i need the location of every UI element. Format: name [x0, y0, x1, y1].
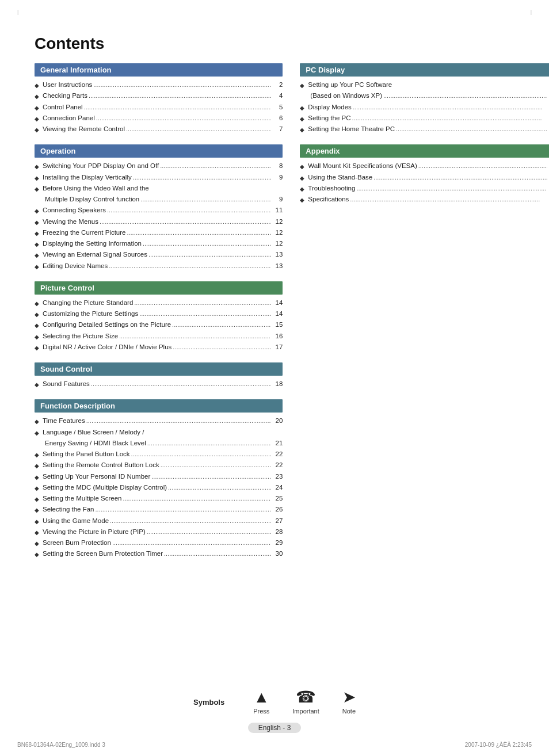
- symbol-important: ☎ Important: [292, 689, 319, 715]
- toc-label: Energy Saving / HDMI Black Level: [45, 438, 146, 448]
- toc-page-num: 14: [271, 309, 283, 319]
- toc-page-num: 12: [271, 228, 283, 238]
- section-function-description: Function Description◆Time Features......…: [35, 399, 283, 559]
- toc-label: Using the Stand-Base: [308, 173, 372, 182]
- diamond-icon: ◆: [35, 185, 39, 193]
- section-sound-control: Sound Control◆Sound Features ...........…: [35, 362, 283, 389]
- diamond-icon: ◆: [35, 207, 39, 215]
- diamond-icon: ◆: [35, 343, 39, 352]
- toc-label: Displaying the Setting Information: [43, 239, 142, 249]
- toc-item: ◆Setting the Home Theatre PC ...........…: [300, 124, 549, 134]
- toc-dots: ........................................…: [159, 460, 272, 470]
- diamond-icon: ◆: [35, 92, 39, 101]
- note-icon: ➤: [342, 689, 356, 705]
- toc-label: Connection Panel: [43, 113, 95, 123]
- toc-item: ◆Viewing an External Signal Sources ....…: [35, 250, 283, 259]
- diamond-icon: ◆: [35, 450, 39, 459]
- toc-page-num: 24: [271, 483, 283, 492]
- toc-item: ◆Setting the PC.........................…: [300, 113, 549, 123]
- toc-item: (Based on Windows XP)...................…: [300, 91, 549, 101]
- symbols-row: Symbols ▲ Press ☎ Important ➤ Note: [193, 689, 356, 715]
- toc-label: Setting the Remote Control Button Lock: [43, 460, 159, 470]
- right-column: PC Display◆Setting up Your PC Software(B…: [300, 63, 549, 666]
- toc-page-num: 2: [271, 80, 283, 90]
- page: | | Contents General Information◆User In…: [0, 0, 549, 756]
- toc-label: Setting the Multiple Screen: [43, 494, 121, 503]
- toc-dots: ........................................…: [142, 239, 271, 249]
- toc-item: ◆Connection Panel.......................…: [35, 113, 283, 123]
- toc-page-num: 17: [271, 342, 283, 352]
- toc-page-num: 9: [271, 194, 283, 204]
- toc-dots: ........................................…: [159, 161, 271, 171]
- toc-dots: ........................................…: [150, 472, 271, 482]
- toc-item: ◆Wall Mount Kit Specifications (VESA)...…: [300, 161, 549, 171]
- toc-label: Setting the Screen Burn Protection Timer: [43, 549, 163, 559]
- toc-item: ◆Display Modes .........................…: [300, 102, 549, 112]
- diamond-icon: ◆: [35, 517, 39, 526]
- toc-page-num: 4: [271, 91, 283, 101]
- toc-label: Setting the PC: [308, 113, 350, 123]
- toc-item: ◆Installing the Display Vertically......…: [35, 173, 283, 182]
- content-columns: General Information◆User Instructions...…: [35, 63, 514, 666]
- toc-dots: ........................................…: [395, 124, 547, 134]
- toc-page-num: 16: [271, 331, 283, 341]
- toc-dots: ........................................…: [83, 102, 272, 112]
- toc-label: Installing the Display Vertically: [43, 173, 132, 182]
- toc-label: Connecting Speakers: [43, 205, 106, 215]
- diamond-icon: ◆: [35, 528, 39, 537]
- toc-page-num: 6: [271, 113, 283, 123]
- toc-dots: ........................................…: [125, 228, 271, 238]
- toc-page-num: 12: [271, 239, 283, 249]
- toc-label: Control Panel: [43, 102, 83, 112]
- toc-item: ◆Setting the Multiple Screen ...........…: [35, 494, 283, 503]
- toc-label: Language / Blue Screen / Melody /: [43, 427, 144, 437]
- diamond-icon: ◆: [35, 162, 39, 171]
- diamond-icon: ◆: [35, 174, 39, 182]
- toc-dots: ........................................…: [138, 309, 271, 319]
- section-header-pc-display: PC Display: [300, 63, 549, 77]
- toc-item: ◆User Instructions......................…: [35, 80, 283, 90]
- toc-page-num: 21: [271, 438, 283, 448]
- toc-dots: ........................................…: [351, 113, 548, 123]
- toc-label: Before Using the Video Wall and the: [43, 184, 149, 193]
- diamond-icon: ◆: [300, 174, 304, 182]
- diamond-icon: ◆: [300, 104, 304, 112]
- diamond-icon: ◆: [35, 417, 39, 426]
- footer-right: 2007-10-09 ¿ÀÈÄ 2:23:45: [465, 742, 532, 748]
- toc-label: Viewing the Remote Control: [43, 124, 125, 134]
- toc-label: Setting up Your PC Software: [308, 80, 392, 90]
- toc-label: Display Modes: [308, 102, 351, 112]
- toc-label: Troubleshooting: [308, 184, 355, 193]
- toc-label: Viewing the Menus: [43, 217, 98, 227]
- page-title: Contents: [35, 35, 514, 53]
- toc-item: ◆Viewing the Picture in Picture (PIP) ..…: [35, 527, 283, 537]
- toc-label: Sound Features: [43, 379, 90, 389]
- toc-item: ◆Using the Stand-Base...................…: [300, 173, 549, 182]
- toc-item: ◆Time Features..........................…: [35, 416, 283, 426]
- section-header-appendix: Appendix: [300, 144, 549, 158]
- diamond-icon: ◆: [35, 299, 39, 308]
- toc-label: Setting the Home Theatre PC: [308, 124, 395, 134]
- toc-page-num: 23: [271, 472, 283, 482]
- section-header-general-information: General Information: [35, 63, 283, 77]
- toc-page-num: 5: [271, 102, 283, 112]
- toc-label: Viewing the Picture in Picture (PIP): [43, 527, 146, 537]
- left-column: General Information◆User Instructions...…: [35, 63, 283, 666]
- toc-item: ◆Configuring Detailed Settings on the Pi…: [35, 320, 283, 330]
- toc-page-num: 11: [271, 205, 283, 215]
- symbol-note: ➤ Note: [342, 689, 356, 715]
- toc-dots: ........................................…: [98, 217, 271, 227]
- corner-mark-tl: |: [17, 9, 18, 15]
- toc-page-num: 15: [271, 320, 283, 330]
- toc-label: Time Features: [43, 416, 85, 426]
- corner-mark-tr: |: [531, 9, 532, 15]
- toc-page-num: 25: [271, 494, 283, 503]
- footer: Symbols ▲ Press ☎ Important ➤ Note Engli…: [35, 689, 514, 733]
- section-header-operation: Operation: [35, 144, 283, 158]
- toc-item: ◆Sound Features ........................…: [35, 379, 283, 389]
- toc-label: User Instructions: [43, 80, 92, 90]
- toc-page-num: 28: [271, 527, 283, 537]
- toc-item: ◆Setting the Remote Control Button Lock.…: [35, 460, 283, 470]
- diamond-icon: ◆: [35, 506, 39, 514]
- note-caption: Note: [342, 708, 356, 715]
